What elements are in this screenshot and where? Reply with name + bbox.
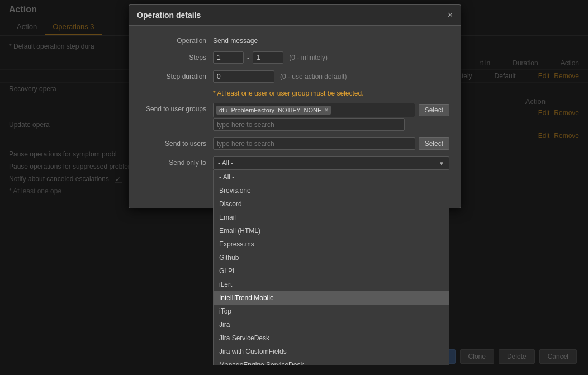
dropdown-item-ilert[interactable]: iLert — [214, 278, 449, 291]
dropdown-item-all[interactable]: - All - — [214, 170, 449, 184]
operation-row: Operation Send message — [140, 35, 449, 45]
steps-row: Steps - (0 - infinitely) — [140, 51, 449, 64]
dropdown-item-discord[interactable]: Discord — [214, 197, 449, 211]
dropdown-item-email-html[interactable]: Email (HTML) — [214, 224, 449, 238]
dropdown-item-email[interactable]: Email — [214, 211, 449, 224]
steps-hint: (0 - infinitely) — [289, 54, 328, 61]
step-duration-row: Step duration (0 - use action default) — [140, 70, 449, 83]
steps-label: Steps — [140, 51, 213, 61]
groups-search-input[interactable] — [213, 118, 405, 131]
tag-label: dfu_ProblemFactory_NOTIFY_NONE — [219, 107, 321, 113]
dropdown-item-manageengine[interactable]: ManageEngine ServiceDesk — [214, 358, 449, 365]
modal-body: Operation Send message Steps - (0 - infi… — [129, 26, 461, 179]
users-input-container: Select — [213, 137, 449, 150]
dropdown-item-glpi[interactable]: GLPi — [214, 264, 449, 278]
tags-input-area[interactable]: dfu_ProblemFactory_NOTIFY_NONE × — [213, 103, 415, 117]
user-groups-container: dfu_ProblemFactory_NOTIFY_NONE × Select — [213, 103, 449, 131]
dropdown-item-jira-customfields[interactable]: Jira with CustomFields — [214, 345, 449, 358]
modal-header: Operation details × — [129, 5, 461, 26]
send-to-users-label: Send to users — [140, 137, 213, 148]
send-only-to-label: Send only to — [140, 156, 213, 167]
dropdown-item-brevis[interactable]: Brevis.one — [214, 184, 449, 197]
send-to-groups-label: Send to user groups — [140, 103, 213, 113]
users-search-input[interactable] — [213, 137, 415, 150]
send-only-dropdown-container: - All - ▼ - All - Brevis.one Discord Ema… — [213, 156, 449, 170]
validation-message: * At least one user or user group must b… — [140, 89, 449, 97]
step-duration-input[interactable] — [213, 70, 274, 83]
step-duration-label: Step duration — [140, 70, 213, 80]
send-only-dropdown-list[interactable]: - All - Brevis.one Discord Email Email (… — [213, 170, 449, 365]
dropdown-arrow-icon: ▼ — [439, 160, 444, 167]
users-select-button[interactable]: Select — [419, 137, 449, 150]
send-only-selected: - All - — [218, 159, 439, 167]
step-duration-inputs: (0 - use action default) — [213, 70, 347, 83]
tag-remove-button[interactable]: × — [324, 106, 328, 114]
modal-title: Operation details — [137, 11, 201, 20]
send-only-to-row: Send only to - All - ▼ - All - Brevis.on… — [140, 156, 449, 170]
steps-to-input[interactable] — [253, 51, 283, 64]
groups-select-button[interactable]: Select — [419, 104, 449, 116]
dropdown-item-express[interactable]: Express.ms — [214, 238, 449, 251]
steps-inputs: - (0 - infinitely) — [213, 51, 328, 64]
dropdown-item-jira[interactable]: Jira — [214, 318, 449, 331]
send-to-groups-row: Send to user groups dfu_ProblemFactory_N… — [140, 103, 449, 131]
operation-details-modal: Operation details × Operation Send messa… — [129, 4, 461, 208]
send-only-dropdown-trigger[interactable]: - All - ▼ — [213, 156, 449, 170]
steps-from-input[interactable] — [213, 51, 244, 64]
steps-dash: - — [247, 54, 249, 62]
group-tag: dfu_ProblemFactory_NOTIFY_NONE × — [216, 106, 331, 115]
step-duration-hint: (0 - use action default) — [280, 73, 347, 80]
dropdown-item-jira-servicedesk[interactable]: Jira ServiceDesk — [214, 331, 449, 345]
dropdown-item-intellitrend[interactable]: IntelliTrend Mobile — [214, 291, 449, 305]
operation-value: Send message — [213, 35, 258, 45]
dropdown-item-itop[interactable]: iTop — [214, 305, 449, 318]
modal-close-button[interactable]: × — [448, 11, 453, 20]
operation-label: Operation — [140, 35, 213, 45]
send-to-users-row: Send to users Select — [140, 137, 449, 150]
dropdown-item-github[interactable]: Github — [214, 251, 449, 264]
